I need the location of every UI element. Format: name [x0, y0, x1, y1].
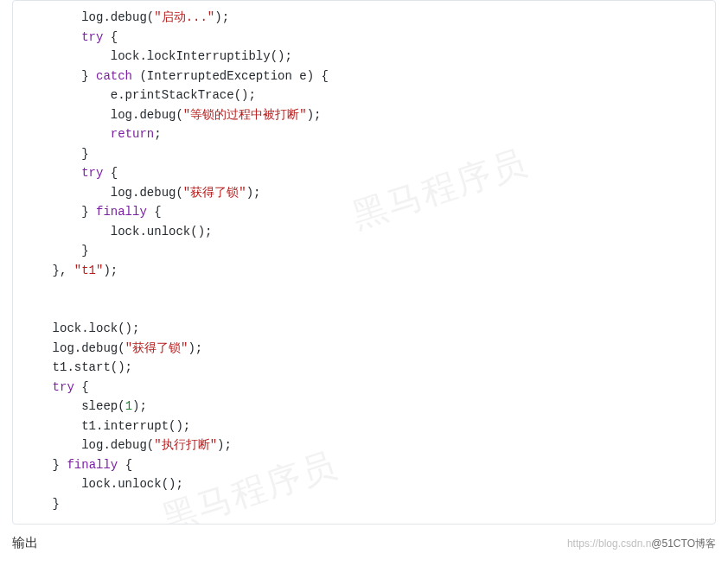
code-line: }: [23, 494, 705, 514]
footer-row: 输出 https://blog.csdn.n@51CTO博客: [12, 525, 716, 555]
code-line: try {: [23, 28, 705, 48]
code-line: lock.unlock();: [23, 222, 705, 242]
attribution-dark: @51CTO博客: [651, 537, 716, 550]
code-line: sleep(1);: [23, 397, 705, 417]
code-line: t1.interrupt();: [23, 417, 705, 436]
code-line: lock.lockInterruptibly();: [23, 47, 705, 67]
code-line: } finally {: [23, 455, 705, 475]
code-line: log.debug("启动...");: [23, 8, 705, 28]
code-line: log.debug("等锁的过程中被打断");: [23, 105, 705, 125]
code-line: e.printStackTrace();: [23, 86, 705, 105]
code-line: [23, 300, 705, 320]
attribution-faint: https://blog.csdn.n: [567, 537, 651, 550]
code-line: lock.unlock();: [23, 474, 705, 494]
code-block: 黑马程序员 黑马程序员 log.debug("启动..."); try { lo…: [12, 0, 716, 525]
code-line: } finally {: [23, 202, 705, 222]
code-line: lock.lock();: [23, 319, 705, 339]
code-line: log.debug("执行打断");: [23, 436, 705, 455]
code-line: }: [23, 144, 705, 164]
code-line: }, "t1");: [23, 261, 705, 281]
code-line: log.debug("获得了锁");: [23, 339, 705, 359]
code-line: t1.start();: [23, 358, 705, 378]
code-line: } catch (InterruptedException e) {: [23, 67, 705, 86]
code-line: [23, 280, 705, 300]
code-line: try {: [23, 163, 705, 183]
attribution: https://blog.csdn.n@51CTO博客: [567, 537, 716, 551]
code-line: try {: [23, 378, 705, 397]
code-line: log.debug("获得了锁");: [23, 183, 705, 203]
code-line: return;: [23, 124, 705, 144]
output-heading: 输出: [12, 535, 38, 551]
code-line: }: [23, 241, 705, 261]
